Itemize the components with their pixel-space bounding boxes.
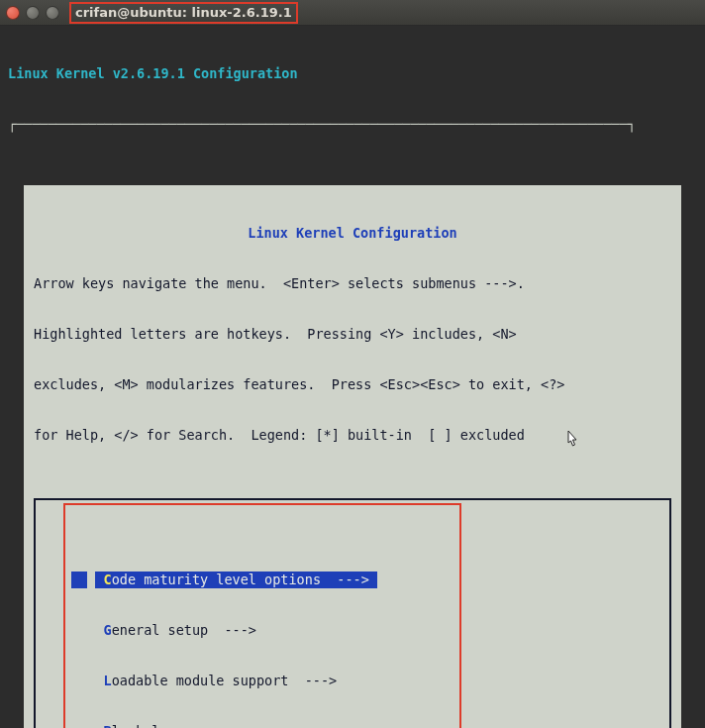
titlebar[interactable]: crifan@ubuntu: linux-2.6.19.1 xyxy=(0,0,705,26)
menu-label: oadable module support ---> xyxy=(112,673,338,688)
menu-label: lock layer ---> xyxy=(112,723,241,728)
menu-item-loadable-module[interactable]: Loadable module support ---> xyxy=(36,673,669,689)
help-line-0: Arrow keys navigate the menu. <Enter> se… xyxy=(34,275,671,292)
menu-hotkey: L xyxy=(104,673,112,688)
minimize-icon[interactable] xyxy=(26,6,40,20)
menu-hotkey: B xyxy=(104,723,112,728)
menu-item-block-layer[interactable]: Block layer ---> xyxy=(36,723,669,728)
outer-box-top: ┌───────────────────────────────────────… xyxy=(8,116,697,133)
menu-label: eneral setup ---> xyxy=(112,622,256,638)
menu-item-code-maturity[interactable]: Code maturity level options ---> xyxy=(36,572,669,588)
help-line-1: Highlighted letters are hotkeys. Pressin… xyxy=(34,326,671,343)
menu-frame: Code maturity level options ---> General… xyxy=(34,498,671,728)
terminal-body[interactable]: Linux Kernel v2.6.19.1 Configuration ┌──… xyxy=(0,26,705,728)
menu-label: ode maturity level options ---> xyxy=(112,572,369,587)
terminal-window: crifan@ubuntu: linux-2.6.19.1 Linux Kern… xyxy=(0,0,705,728)
annotation-outline-menu xyxy=(63,503,461,728)
maximize-icon[interactable] xyxy=(46,6,59,20)
menu-item-general-setup[interactable]: General setup ---> xyxy=(36,622,669,639)
help-line-3: for Help, </> for Search. Legend: [*] bu… xyxy=(34,427,671,444)
help-line-2: excludes, <M> modularizes features. Pres… xyxy=(34,376,671,393)
menu-hotkey: C xyxy=(104,572,112,587)
window-title: crifan@ubuntu: linux-2.6.19.1 xyxy=(69,2,298,24)
config-dialog: Linux Kernel Configuration Arrow keys na… xyxy=(24,185,681,728)
close-icon[interactable] xyxy=(6,6,20,20)
window-controls xyxy=(6,6,59,20)
header-line: Linux Kernel v2.6.19.1 Configuration xyxy=(8,65,697,82)
menu-hotkey: G xyxy=(104,622,112,638)
dialog-title: Linux Kernel Configuration xyxy=(34,225,671,242)
header-text: Linux Kernel v2.6.19.1 Configuration xyxy=(8,65,298,81)
